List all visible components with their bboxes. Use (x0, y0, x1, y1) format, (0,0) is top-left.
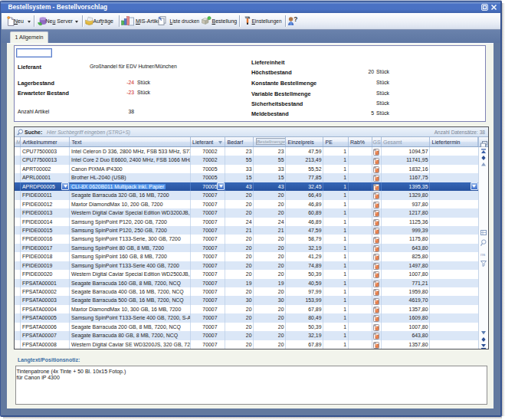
svg-text:ns: ns (480, 252, 485, 257)
svg-text:?: ? (293, 16, 297, 23)
